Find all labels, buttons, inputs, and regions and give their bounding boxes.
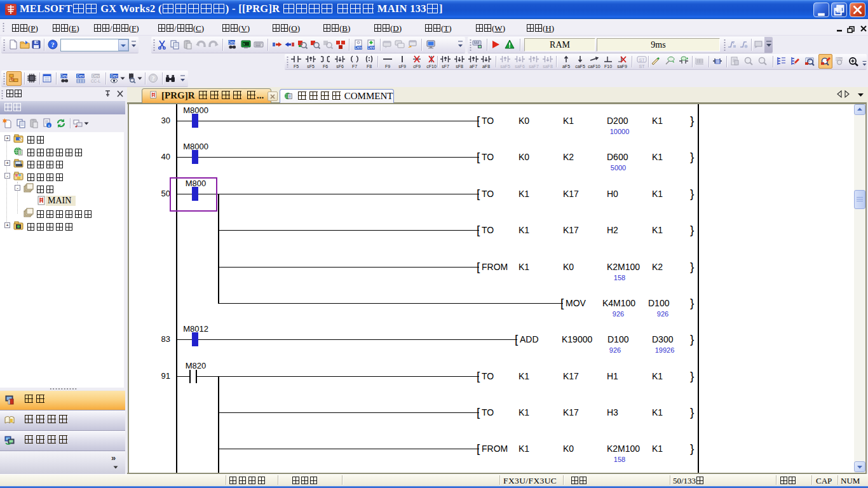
svg-text:ST: ST (639, 58, 646, 62)
svg-text:CC-L: CC-L (91, 79, 101, 83)
svg-text:i: i (48, 123, 50, 128)
svg-text:Dev: Dev (60, 74, 68, 78)
svg-text:Dev: Dev (111, 74, 118, 78)
svg-text:?: ? (51, 41, 55, 48)
svg-text:Dev: Dev (355, 45, 362, 50)
svg-text:Dev: Dev (367, 45, 375, 50)
svg-text:Dev: Dev (92, 74, 100, 78)
svg-text:?: ? (152, 75, 155, 82)
svg-text:Dev: Dev (77, 74, 85, 78)
svg-text:Dev: Dev (228, 40, 236, 44)
